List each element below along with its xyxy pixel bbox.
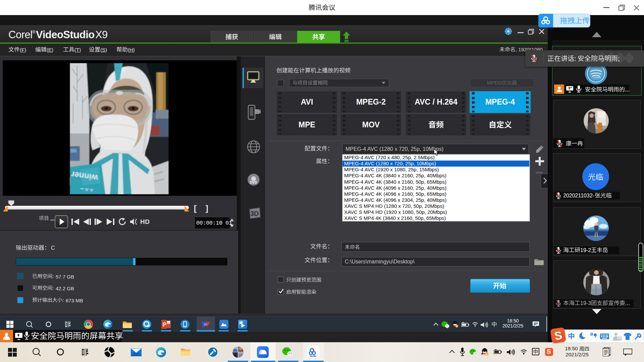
svg-text:CUEDC: CUEDC: [594, 76, 601, 78]
svg-text:10: 10: [618, 337, 621, 341]
svg-text:DVD: DVD: [250, 181, 257, 184]
svg-text:3D: 3D: [250, 210, 259, 217]
svg-text:P: P: [163, 321, 166, 327]
